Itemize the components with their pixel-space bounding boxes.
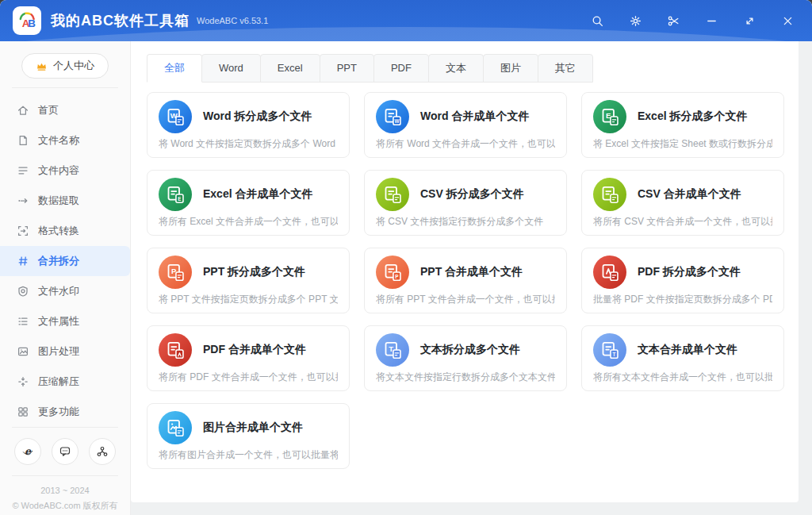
card-title: Word 合并成单个文件 bbox=[420, 110, 529, 124]
text-split-icon: T bbox=[376, 333, 409, 367]
pdf-merge-icon bbox=[159, 333, 192, 367]
sidebar-item-format-convert[interactable]: 格式转换 bbox=[0, 216, 130, 246]
resize-icon[interactable] bbox=[742, 13, 756, 28]
app-logo-icon: A B bbox=[13, 6, 41, 35]
scissors-icon[interactable] bbox=[666, 13, 680, 28]
card-desc: 将所有 Word 文件合并成一个文件，也可以批量将多个文件合并 bbox=[376, 137, 555, 151]
format-convert-icon bbox=[17, 225, 29, 237]
sidebar-item-home[interactable]: 首页 bbox=[0, 95, 130, 125]
app-version: WodeABC v6.53.1 bbox=[197, 16, 268, 25]
csv-merge-icon bbox=[593, 178, 626, 211]
copyright-owner: © WodeABC.com 版权所有 bbox=[0, 498, 130, 513]
sidebar-footer-icons: e bbox=[0, 428, 130, 475]
settings-gear-icon[interactable] bbox=[628, 13, 642, 28]
share-icon-button[interactable] bbox=[89, 438, 116, 465]
card-title: PDF 拆分成多个文件 bbox=[638, 265, 741, 279]
sidebar-item-file-content[interactable]: 文件内容 bbox=[0, 156, 130, 186]
card-word-merge[interactable]: WWord 合并成单个文件将所有 Word 文件合并成一个文件，也可以批量将多个… bbox=[364, 92, 567, 158]
sidebar-item-label: 格式转换 bbox=[38, 224, 79, 238]
tab-all[interactable]: 全部 bbox=[147, 54, 202, 83]
sidebar-item-label: 压缩解压 bbox=[38, 375, 79, 389]
close-icon[interactable] bbox=[780, 13, 795, 28]
copyright-years: 2013 ~ 2024 bbox=[0, 483, 130, 498]
card-title: PDF 合并成单个文件 bbox=[203, 343, 306, 357]
tab-label: 文本 bbox=[446, 62, 466, 74]
tab-image[interactable]: 图片 bbox=[483, 54, 538, 83]
card-title: Word 拆分成多个文件 bbox=[203, 110, 312, 124]
tab-word[interactable]: Word bbox=[201, 54, 261, 83]
card-pdf-split[interactable]: PDF 拆分成多个文件批量将 PDF 文件按指定页数拆分成多个 PDF 文件 bbox=[581, 248, 784, 313]
data-extract-icon bbox=[17, 194, 29, 207]
tab-pdf[interactable]: PDF bbox=[373, 54, 429, 83]
browser-icon-button[interactable]: e bbox=[14, 438, 41, 465]
sidebar-item-label: 文件名称 bbox=[38, 133, 79, 148]
card-pdf-merge[interactable]: PDF 合并成单个文件将所有 PDF 文件合并成一个文件，也可以批量将多个文件合… bbox=[147, 325, 350, 391]
card-image-merge[interactable]: 图片合并成单个文件将所有图片合并成一个文件，也可以批量将多个文件合并 bbox=[147, 403, 350, 469]
card-title: Excel 合并成单个文件 bbox=[203, 187, 312, 202]
minimize-icon[interactable] bbox=[704, 13, 718, 28]
sidebar-item-label: 首页 bbox=[38, 103, 59, 117]
app-title: 我的ABC软件工具箱 bbox=[51, 11, 190, 30]
card-desc: 将文本文件按指定行数拆分成多个文本文件 bbox=[376, 371, 555, 384]
personal-center-label: 个人中心 bbox=[53, 59, 94, 73]
card-text-split[interactable]: T文本拆分成多个文件将文本文件按指定行数拆分成多个文本文件 bbox=[364, 325, 567, 391]
svg-text:E: E bbox=[178, 196, 181, 202]
tab-excel[interactable]: Excel bbox=[260, 54, 320, 83]
home-icon bbox=[17, 104, 29, 117]
sidebar-item-label: 数据提取 bbox=[38, 194, 79, 208]
card-csv-merge[interactable]: CSV 合并成单个文件将所有 CSV 文件合并成一个文件，也可以批量将多个文件合… bbox=[581, 170, 784, 236]
card-csv-split[interactable]: CSV 拆分成多个文件将 CSV 文件按指定行数拆分成多个文件 bbox=[364, 170, 567, 236]
card-title: CSV 合并成单个文件 bbox=[638, 187, 741, 202]
file-props-icon bbox=[17, 315, 29, 328]
sidebar-item-image-process[interactable]: 图片处理 bbox=[0, 336, 130, 367]
copyright: 2013 ~ 2024 © WodeABC.com 版权所有 bbox=[0, 476, 130, 515]
chat-icon-button[interactable] bbox=[52, 438, 79, 465]
sidebar-item-label: 图片处理 bbox=[38, 344, 79, 359]
card-title: PPT 合并成单个文件 bbox=[420, 265, 523, 279]
csv-split-icon bbox=[376, 178, 409, 211]
sidebar-item-file-props[interactable]: 文件属性 bbox=[0, 306, 130, 336]
titlebar: A B 我的ABC软件工具箱 WodeABC v6.53.1 bbox=[0, 0, 812, 41]
main-panel: 全部WordExcelPPTPDF文本图片其它 WWord 拆分成多个文件将 W… bbox=[131, 41, 799, 502]
sidebar-item-more[interactable]: 更多功能 bbox=[0, 397, 130, 427]
card-desc: 将 CSV 文件按指定行数拆分成多个文件 bbox=[376, 215, 555, 229]
card-title: PPT 拆分成多个文件 bbox=[203, 265, 305, 279]
card-desc: 将 Excel 文件按指定 Sheet 数或行数拆分成多个 Excel 文件 bbox=[593, 137, 772, 151]
card-ppt-split[interactable]: PPPT 拆分成多个文件将 PPT 文件按指定页数拆分成多个 PPT 文件 bbox=[147, 248, 350, 313]
personal-center-button[interactable]: 个人中心 bbox=[21, 53, 109, 79]
main-area: 全部WordExcelPPTPDF文本图片其它 WWord 拆分成多个文件将 W… bbox=[131, 41, 812, 515]
sidebar-item-merge-split[interactable]: 合并拆分 bbox=[0, 246, 130, 276]
excel-split-icon: E bbox=[593, 100, 626, 133]
svg-text:P: P bbox=[395, 274, 398, 279]
sidebar-item-file-name[interactable]: 文件名称 bbox=[0, 125, 130, 156]
search-icon[interactable] bbox=[590, 13, 604, 28]
card-desc: 将所有 PDF 文件合并成一个文件，也可以批量将多个文件合并 bbox=[159, 371, 338, 384]
sidebar-item-label: 文件内容 bbox=[38, 163, 79, 178]
sidebar-item-data-extract[interactable]: 数据提取 bbox=[0, 186, 130, 216]
ppt-split-icon: P bbox=[159, 256, 192, 289]
word-split-icon: W bbox=[159, 100, 192, 133]
crown-icon bbox=[36, 60, 48, 72]
word-merge-icon: W bbox=[376, 100, 409, 133]
card-text-merge[interactable]: T文本合并成单个文件将所有文本文件合并成一个文件，也可以批量将多个文件合并 bbox=[581, 325, 784, 391]
tab-other[interactable]: 其它 bbox=[538, 54, 593, 83]
image-merge-icon bbox=[159, 411, 192, 444]
ppt-merge-icon: P bbox=[376, 256, 409, 289]
card-excel-split[interactable]: EExcel 拆分成多个文件将 Excel 文件按指定 Sheet 数或行数拆分… bbox=[581, 92, 784, 158]
tab-ppt[interactable]: PPT bbox=[320, 54, 374, 83]
card-desc: 将所有图片合并成一个文件，也可以批量将多个文件合并 bbox=[159, 448, 338, 462]
sidebar-item-watermark[interactable]: 文件水印 bbox=[0, 276, 130, 306]
svg-text:e: e bbox=[25, 445, 32, 457]
card-word-split[interactable]: WWord 拆分成多个文件将 Word 文件按指定页数拆分成多个 Word 文件 bbox=[147, 92, 350, 158]
app-window: A B 我的ABC软件工具箱 WodeABC v6.53.1 个人中心 bbox=[0, 0, 812, 515]
sidebar-item-compress[interactable]: 压缩解压 bbox=[0, 367, 130, 397]
card-title: 文本合并成单个文件 bbox=[638, 343, 737, 357]
tab-label: PDF bbox=[391, 62, 412, 74]
excel-merge-icon: E bbox=[159, 178, 192, 211]
tab-text[interactable]: 文本 bbox=[428, 54, 484, 83]
card-desc: 批量将 PDF 文件按指定页数拆分成多个 PDF 文件 bbox=[593, 293, 772, 306]
tab-label: 全部 bbox=[164, 62, 185, 74]
card-excel-merge[interactable]: EExcel 合并成单个文件将所有 Excel 文件合并成一个文件，也可以批量将… bbox=[147, 170, 350, 236]
card-desc: 将所有文本文件合并成一个文件，也可以批量将多个文件合并 bbox=[593, 371, 772, 384]
card-ppt-merge[interactable]: PPPT 合并成单个文件将所有 PPT 文件合并成一个文件，也可以批量将多个文件… bbox=[364, 248, 567, 313]
